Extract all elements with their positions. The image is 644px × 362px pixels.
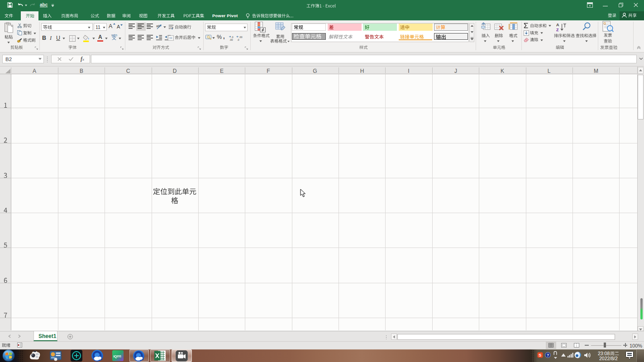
svg-text:S: S bbox=[539, 352, 541, 357]
svg-text:.00: .00 bbox=[239, 36, 243, 38]
svg-text:iQIYI: iQIYI bbox=[114, 354, 121, 358]
svg-text:.00: .00 bbox=[229, 38, 233, 41]
svg-text:Z: Z bbox=[556, 28, 559, 32]
svg-text:.0: .0 bbox=[237, 38, 239, 41]
svg-text:ab: ab bbox=[156, 24, 160, 28]
svg-text:A: A bbox=[556, 23, 559, 27]
svg-text:?: ? bbox=[547, 353, 549, 357]
